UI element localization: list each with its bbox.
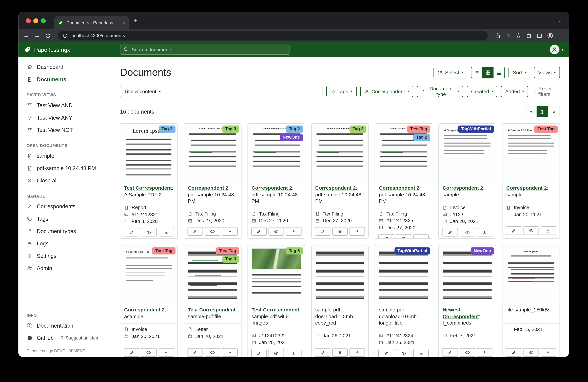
- view-button[interactable]: [205, 227, 220, 236]
- sidebar-item-documentation[interactable]: ? Documentation: [18, 319, 111, 332]
- edit-button[interactable]: [124, 348, 139, 357]
- edit-button[interactable]: [442, 228, 458, 236]
- view-button[interactable]: [269, 349, 284, 357]
- menu-kebab-icon[interactable]: ⋮: [558, 33, 564, 39]
- document-card[interactable]: A Simple PDF File Test Tag Correspondent…: [120, 245, 178, 357]
- correspondent-filter-button[interactable]: Correspondent ▾: [360, 86, 413, 97]
- document-card[interactable]: Adobe Acrobat PDF Files Tag 3 Correspond…: [311, 123, 369, 239]
- tag-badge[interactable]: Tag 3: [222, 256, 239, 263]
- close-all-button[interactable]: × Close all: [18, 174, 111, 187]
- document-thumbnail[interactable]: A Simple PDF File TagWithPartial: [439, 124, 496, 181]
- tag-badge[interactable]: Tag 3: [222, 125, 239, 132]
- created-filter-button[interactable]: Created ▾: [467, 86, 497, 97]
- document-thumbnail[interactable]: Adobe Acrobat PDF Files Tag 3: [184, 124, 241, 181]
- document-card[interactable]: Lorem ipsum file-sample_150kBs Feb 15, 2…: [502, 245, 560, 357]
- view-button[interactable]: [460, 348, 475, 357]
- download-button[interactable]: [541, 348, 556, 357]
- doctype-value[interactable]: Report: [132, 205, 146, 210]
- doctype-value[interactable]: Letter: [195, 326, 208, 332]
- correspondent-link[interactable]: Correspondent 2: [252, 185, 292, 191]
- edit-button[interactable]: [315, 227, 330, 236]
- doctype-value[interactable]: Tax Filing: [386, 211, 407, 216]
- correspondent-link[interactable]: Correspondent 2: [315, 185, 356, 191]
- sidebar-item-logs[interactable]: Logs: [18, 237, 111, 250]
- download-button[interactable]: [541, 226, 556, 235]
- edit-button[interactable]: [506, 226, 522, 235]
- tag-badge[interactable]: Test Tag: [216, 247, 239, 254]
- sidebar-item-test-view-and[interactable]: Test View AND: [18, 99, 111, 111]
- sort-button[interactable]: Sort ▾: [509, 67, 530, 78]
- view-button[interactable]: [141, 348, 156, 357]
- document-card[interactable]: Tag 3 Test Correspondent: sample-pdf-wit…: [248, 245, 305, 357]
- download-button[interactable]: [222, 227, 238, 236]
- view-button[interactable]: [269, 227, 284, 236]
- address-bar[interactable]: localhost:4200/documents: [58, 31, 488, 40]
- forward-button[interactable]: →: [34, 33, 40, 39]
- site-info-icon[interactable]: [63, 33, 68, 38]
- edit-button[interactable]: [251, 227, 267, 236]
- tag-badge[interactable]: Test Tag: [407, 125, 430, 132]
- edit-button[interactable]: [188, 348, 203, 357]
- download-button[interactable]: [159, 348, 174, 357]
- sidebar-item-document-types[interactable]: # Document types: [18, 225, 111, 237]
- document-thumbnail[interactable]: Adobe Acrobat PDF Files Tag 3: [312, 124, 368, 181]
- app-brand[interactable]: Paperless-ngx: [24, 46, 111, 53]
- tab-search-chevron-icon[interactable]: ⌄: [558, 18, 562, 23]
- added-filter-button[interactable]: Added ▾: [501, 86, 528, 97]
- tag-badge[interactable]: TagWithPartial: [394, 247, 430, 254]
- tag-badge[interactable]: Tag 3: [286, 247, 303, 254]
- tag-badge[interactable]: Tag 3: [350, 125, 367, 132]
- download-button[interactable]: [159, 228, 174, 236]
- grid-view-button[interactable]: [483, 67, 494, 78]
- sidebar-item-test-view-not[interactable]: Test View NOT: [18, 124, 111, 136]
- sidebar-item-documents[interactable]: Documents: [18, 73, 111, 85]
- document-card[interactable]: Test TagTag 3 Test Correspondent: sample…: [184, 245, 241, 357]
- edit-button[interactable]: [315, 348, 330, 357]
- tag-badge[interactable]: TagWithPartial: [458, 125, 494, 132]
- document-card[interactable]: NewOne Newest Correspondent: f_combineds…: [439, 245, 496, 357]
- edit-button[interactable]: [506, 348, 522, 357]
- next-page-button[interactable]: »: [548, 106, 560, 117]
- document-card[interactable]: sample-pdf-download-10-mb copy_red Jan 2…: [311, 245, 369, 357]
- tag-badge[interactable]: Test Tag: [152, 247, 175, 254]
- tag-badge[interactable]: NewOne: [279, 134, 303, 141]
- document-card[interactable]: TagWithPartial sample-pdf-download-10-mb…: [375, 245, 433, 357]
- doctype-value[interactable]: Tax Filing: [259, 211, 280, 216]
- view-button[interactable]: [396, 234, 411, 239]
- correspondent-link[interactable]: Test Correspondent: [188, 307, 235, 312]
- select-button[interactable]: Select ▾: [434, 67, 467, 78]
- url-text[interactable]: localhost:4200/documents: [70, 33, 125, 38]
- document-thumbnail[interactable]: [312, 245, 368, 303]
- download-button[interactable]: [286, 227, 301, 236]
- side-panel-icon[interactable]: [537, 33, 542, 38]
- download-button[interactable]: [350, 227, 365, 236]
- document-type-filter-button[interactable]: Document type ▾: [417, 86, 463, 97]
- document-card[interactable]: Lorem Ipsum Tag 2 Test Correspondent: A …: [120, 123, 178, 239]
- download-button[interactable]: [477, 228, 492, 236]
- tag-badge[interactable]: Tag 2: [286, 125, 303, 132]
- window-zoom-button[interactable]: [41, 18, 46, 23]
- document-thumbnail[interactable]: Tag 3: [248, 245, 305, 303]
- download-button[interactable]: [350, 348, 365, 357]
- doctype-value[interactable]: Tax Filing: [195, 211, 216, 216]
- back-button[interactable]: ←: [23, 33, 29, 39]
- tag-badge[interactable]: Tag 2: [159, 125, 175, 132]
- suggest-idea[interactable]: Suggest an idea: [60, 335, 98, 341]
- profile-avatar-icon[interactable]: [547, 33, 553, 39]
- doctype-value[interactable]: Invoice: [132, 326, 147, 332]
- document-card[interactable]: Adobe Acrobat PDF Files Test TagTag 2 Co…: [375, 123, 433, 239]
- current-page-button[interactable]: 1: [537, 106, 548, 117]
- edit-button[interactable]: [251, 349, 267, 357]
- new-tab-button[interactable]: +: [133, 17, 137, 24]
- download-button[interactable]: [413, 234, 429, 239]
- document-thumbnail[interactable]: A Simple PDF File Test Tag: [503, 124, 560, 181]
- sidebar-item-test-view-any[interactable]: Test View ANY: [18, 111, 111, 124]
- correspondent-link[interactable]: Test Correspondent: [252, 307, 299, 312]
- tags-filter-button[interactable]: Tags ▾: [326, 86, 357, 97]
- edit-button[interactable]: [378, 349, 394, 357]
- edit-button[interactable]: [188, 227, 203, 236]
- document-card[interactable]: Adobe Acrobat PDF Files Tag 3 Correspond…: [184, 123, 241, 239]
- correspondent-link[interactable]: Correspondent 2: [442, 185, 483, 191]
- sidebar-item-admin[interactable]: Admin: [18, 262, 111, 274]
- previous-page-button[interactable]: «: [525, 106, 537, 117]
